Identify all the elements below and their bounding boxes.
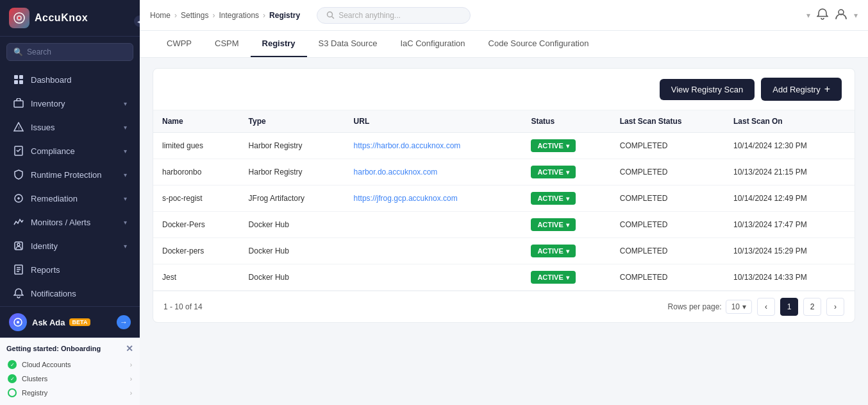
ask-ada-label: Ask Ada — [32, 318, 65, 327]
rows-per-page-label: Rows per page: — [668, 302, 722, 311]
tab-s3-data-source[interactable]: S3 Data Source — [307, 31, 389, 57]
cell-type: Harbor Registry — [240, 159, 345, 185]
col-header-last-scan-status: Last Scan Status — [611, 110, 724, 133]
main-content: Home › Settings › Integrations › Registr… — [140, 0, 868, 405]
cell-status: ACTIVE ▾ — [522, 212, 610, 238]
cell-last-scan-status: COMPLETED — [611, 212, 724, 238]
user-dropdown-chevron-icon[interactable]: ▾ — [854, 11, 858, 20]
dropdown-chevron-icon[interactable]: ▾ — [806, 11, 810, 20]
bell-icon[interactable] — [817, 8, 828, 22]
compliance-icon — [13, 145, 24, 157]
pagination-prev-button[interactable]: ‹ — [757, 298, 775, 316]
svg-point-12 — [17, 243, 20, 246]
onboarding-header: Getting started: Onboarding ✕ — [6, 343, 133, 354]
cell-status: ACTIVE ▾ — [522, 133, 610, 159]
sidebar-item-remediation[interactable]: Remediation ▾ — [4, 187, 136, 210]
pagination-next-button[interactable]: › — [826, 298, 844, 316]
chevron-right-icon: › — [130, 361, 132, 368]
status-badge[interactable]: ACTIVE ▾ — [531, 192, 575, 205]
breadcrumb-home[interactable]: Home — [150, 11, 171, 20]
sidebar-logo: AccuKnox — [0, 0, 140, 37]
breadcrumb-separator: › — [174, 11, 177, 20]
sidebar-item-label: Remediation — [31, 194, 124, 203]
table-header-row: Name Type URL Status Last Scan Status La… — [153, 110, 855, 133]
svg-point-16 — [328, 12, 333, 17]
status-badge[interactable]: ACTIVE ▾ — [531, 271, 575, 284]
add-registry-button[interactable]: Add Registry + — [761, 78, 842, 101]
onboarding-item-registry[interactable]: Registry › — [6, 386, 133, 400]
status-dropdown-arrow: ▾ — [566, 274, 569, 281]
logo-icon — [9, 8, 29, 28]
rows-per-page: Rows per page: 10 ▾ — [668, 300, 752, 314]
topbar-search-input[interactable] — [338, 11, 461, 20]
pagination-page-2[interactable]: 2 — [803, 298, 821, 316]
status-badge[interactable]: ACTIVE ▾ — [531, 218, 575, 231]
cell-name: Docker-pers — [153, 238, 240, 264]
ask-ada-button[interactable]: Ask Ada BETA → — [0, 306, 140, 338]
cell-name: limited gues — [153, 133, 240, 159]
cell-url — [345, 212, 522, 238]
svg-rect-5 — [14, 80, 18, 84]
onboarding-item-clusters[interactable]: ✓ Clusters › — [6, 372, 133, 386]
table-row: s-poc-regist JFrog Artifactory https://j… — [153, 185, 855, 212]
sidebar-item-issues[interactable]: ! Issues ▾ — [4, 116, 136, 139]
user-icon[interactable] — [835, 8, 847, 23]
status-badge[interactable]: ACTIVE ▾ — [531, 245, 575, 257]
cell-last-scan-status: COMPLETED — [611, 185, 724, 212]
sidebar-item-runtime-protection[interactable]: Runtime Protection ▾ — [4, 163, 136, 186]
logo-text: AccuKnox — [35, 12, 88, 24]
sidebar-item-identity[interactable]: Identity ▾ — [4, 234, 136, 257]
tab-cspm[interactable]: CSPM — [203, 31, 251, 57]
chevron-down-icon: ▾ — [124, 219, 127, 226]
status-label: ACTIVE — [537, 168, 563, 176]
table-body: limited gues Harbor Registry https://har… — [153, 133, 855, 291]
pagination-page-1[interactable]: 1 — [780, 298, 798, 316]
cell-status: ACTIVE ▾ — [522, 185, 610, 212]
status-badge[interactable]: ACTIVE ▾ — [531, 166, 575, 178]
breadcrumb-settings[interactable]: Settings — [181, 11, 208, 20]
issues-icon: ! — [13, 121, 24, 133]
sidebar-item-monitors-alerts[interactable]: Monitors / Alerts ▾ — [4, 211, 136, 234]
tab-cwpp[interactable]: CWPP — [155, 31, 203, 57]
tab-iac-configuration[interactable]: IaC Configuration — [388, 31, 476, 57]
cell-status: ACTIVE ▾ — [522, 264, 610, 291]
cell-last-scan-status: COMPLETED — [611, 264, 724, 291]
onboarding-panel: Getting started: Onboarding ✕ ✓ Cloud Ac… — [0, 338, 140, 405]
cell-type: Docker Hub — [240, 212, 345, 238]
onboarding-item-cloud-accounts[interactable]: ✓ Cloud Accounts › — [6, 358, 133, 372]
monitors-alerts-icon — [13, 216, 24, 228]
cell-last-scan-on: 10/14/2024 12:49 PM — [724, 185, 855, 212]
table-row: harboronbo Harbor Registry harbor.do.acc… — [153, 159, 855, 185]
onboarding-close-button[interactable]: ✕ — [126, 343, 133, 354]
chevron-down-icon: ▾ — [124, 148, 127, 155]
status-dropdown-arrow: ▾ — [566, 248, 569, 255]
sidebar-item-label: Reports — [31, 265, 127, 275]
col-header-status: Status — [522, 110, 610, 133]
rows-per-page-select[interactable]: 10 ▾ — [726, 300, 752, 314]
breadcrumb-current: Registry — [269, 11, 300, 20]
registry-card: View Registry Scan Add Registry + Name T… — [153, 68, 855, 323]
tab-code-source-configuration[interactable]: Code Source Configuration — [477, 31, 601, 57]
tab-registry[interactable]: Registry — [251, 31, 307, 57]
sidebar-item-reports[interactable]: Reports — [4, 258, 136, 281]
sidebar-search-input[interactable] — [27, 47, 126, 56]
col-header-name: Name — [153, 110, 240, 133]
sidebar-item-notifications[interactable]: Notifications — [4, 282, 136, 305]
status-label: ACTIVE — [537, 221, 563, 228]
status-label: ACTIVE — [537, 194, 563, 202]
rows-per-page-chevron: ▾ — [742, 302, 746, 311]
sidebar-item-compliance[interactable]: Compliance ▾ — [4, 139, 136, 162]
rows-per-page-value: 10 — [731, 302, 740, 311]
tabs-bar: CWPP CSPM Registry S3 Data Source IaC Co… — [140, 31, 868, 58]
sidebar-item-label: Monitors / Alerts — [31, 218, 124, 227]
sidebar-item-dashboard[interactable]: Dashboard — [4, 68, 136, 91]
cell-type: Harbor Registry — [240, 133, 345, 159]
breadcrumb-integrations[interactable]: Integrations — [219, 11, 259, 20]
cell-type: Docker Hub — [240, 264, 345, 291]
status-badge[interactable]: ACTIVE ▾ — [531, 139, 575, 152]
registry-table: Name Type URL Status Last Scan Status La… — [153, 110, 855, 291]
cell-last-scan-status: COMPLETED — [611, 238, 724, 264]
cell-last-scan-on: 10/13/2024 15:29 PM — [724, 238, 855, 264]
view-registry-scan-button[interactable]: View Registry Scan — [660, 79, 755, 100]
sidebar-item-inventory[interactable]: Inventory ▾ — [4, 92, 136, 115]
